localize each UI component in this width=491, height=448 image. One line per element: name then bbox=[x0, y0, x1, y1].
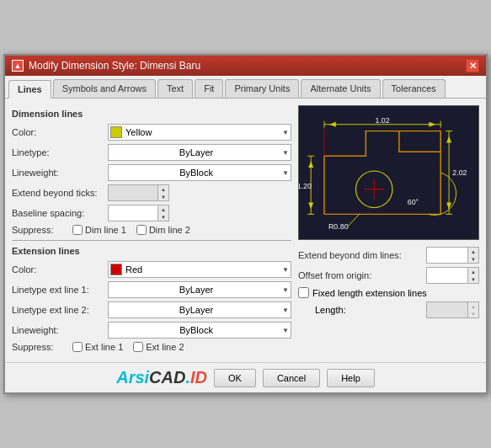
offset-down[interactable]: ▼ bbox=[468, 275, 478, 283]
baseline-input[interactable]: 2.00 bbox=[108, 205, 158, 221]
fixed-length-checkbox[interactable] bbox=[298, 287, 309, 298]
baseline-down[interactable]: ▼ bbox=[158, 213, 168, 221]
linetype-ext2-arrow[interactable]: ▼ bbox=[282, 307, 289, 314]
extend-beyond-spinner: 0.00 ▲ ▼ bbox=[108, 184, 291, 201]
dim-line2-label: Dim line 2 bbox=[149, 225, 190, 235]
linetype-ext1-wrapper: ByLayer ▼ bbox=[108, 281, 291, 298]
baseline-spinbtns: ▲ ▼ bbox=[158, 205, 169, 221]
color-row: Color: Yellow ▼ bbox=[12, 124, 291, 141]
color-swatch bbox=[110, 126, 122, 138]
linetype-dropdown-arrow[interactable]: ▼ bbox=[282, 149, 289, 157]
main-window: ▲ Modify Dimension Style: Dimensi Baru ✕… bbox=[3, 54, 488, 394]
tab-fit[interactable]: Fit bbox=[195, 79, 223, 98]
extend-dim-down[interactable]: ▼ bbox=[468, 255, 478, 263]
linetype-ext1-label: Linetype ext line 1: bbox=[12, 285, 104, 295]
lineweight-row: Lineweight: ByBlock ▼ bbox=[12, 164, 291, 181]
lineweight-dropdown-arrow[interactable]: ▼ bbox=[282, 169, 289, 177]
extend-dim-input[interactable]: 0.10 bbox=[426, 247, 468, 264]
svg-text:R0.80: R0.80 bbox=[328, 222, 349, 231]
preview-box: 1.02 2.02 1.20 bbox=[298, 105, 479, 240]
baseline-label: Baseline spacing: bbox=[12, 208, 104, 218]
tab-text[interactable]: Text bbox=[157, 79, 193, 98]
tab-primary[interactable]: Primary Units bbox=[225, 79, 299, 98]
extend-dim-label: Extend beyond dim lines: bbox=[298, 250, 423, 260]
tab-tolerances[interactable]: Tolerances bbox=[382, 79, 446, 98]
linetype-ext2-wrapper: ByLayer ▼ bbox=[108, 301, 291, 318]
color-value: Yellow bbox=[125, 127, 282, 137]
ext-line1-checkbox[interactable] bbox=[72, 342, 83, 352]
ext-color-select-wrapper: Red ▼ bbox=[108, 261, 291, 278]
ext-color-value: Red bbox=[125, 264, 282, 275]
ext-line2-check[interactable]: Ext line 2 bbox=[133, 342, 184, 352]
svg-text:60°: 60° bbox=[408, 198, 419, 206]
lineweight-label: Lineweight: bbox=[12, 168, 104, 178]
extend-dim-spinbtns: ▲ ▼ bbox=[468, 247, 479, 264]
left-panel: Dimension lines Color: Yellow ▼ Linetype… bbox=[12, 105, 291, 355]
linetype-ext1-value: ByLayer bbox=[110, 285, 282, 295]
right-panel: 1.02 2.02 1.20 bbox=[298, 105, 479, 355]
ext-line2-checkbox[interactable] bbox=[133, 342, 143, 352]
title-bar-left: ▲ Modify Dimension Style: Dimensi Baru bbox=[12, 60, 200, 72]
ext-line1-check[interactable]: Ext line 1 bbox=[72, 342, 123, 352]
extend-beyond-up[interactable]: ▲ bbox=[158, 185, 168, 193]
offset-up[interactable]: ▲ bbox=[468, 268, 478, 275]
dim-line1-checkbox[interactable] bbox=[72, 225, 83, 235]
baseline-up[interactable]: ▲ bbox=[158, 205, 168, 213]
linetype-value: ByLayer bbox=[110, 147, 282, 157]
baseline-row: Baseline spacing: 2.00 ▲ ▼ bbox=[12, 205, 291, 221]
extend-beyond-down[interactable]: ▼ bbox=[158, 193, 168, 200]
color-dropdown-arrow[interactable]: ▼ bbox=[282, 129, 289, 136]
dim-line1-label: Dim line 1 bbox=[85, 225, 126, 235]
offset-spinbtns: ▲ ▼ bbox=[468, 267, 479, 284]
extend-dim-spinner: 0.10 ▲ ▼ bbox=[426, 247, 479, 264]
suppress-dim-label: Suppress: bbox=[12, 225, 62, 235]
divider1 bbox=[12, 240, 291, 241]
ext-line1-label: Ext line 1 bbox=[85, 342, 123, 352]
cancel-button[interactable]: Cancel bbox=[263, 369, 320, 387]
svg-text:1.20: 1.20 bbox=[299, 182, 312, 190]
tab-symbols[interactable]: Symbols and Arrows bbox=[53, 79, 156, 98]
help-button[interactable]: Help bbox=[327, 369, 375, 387]
baseline-spinner: 2.00 ▲ ▼ bbox=[108, 205, 291, 221]
linetype-select-wrapper: ByLayer ▼ bbox=[108, 144, 291, 161]
lineweight-select-wrapper: ByBlock ▼ bbox=[108, 164, 291, 181]
tab-lines[interactable]: Lines bbox=[8, 80, 51, 99]
linetype-ext1-row: Linetype ext line 1: ByLayer ▼ bbox=[12, 281, 291, 298]
color-select-wrapper: Yellow ▼ bbox=[108, 124, 291, 141]
preview-svg: 1.02 2.02 1.20 bbox=[299, 106, 478, 239]
extend-beyond-label: Extend beyond ticks: bbox=[12, 188, 104, 198]
suppress-ext-label: Suppress: bbox=[12, 342, 62, 352]
dim-line1-check[interactable]: Dim line 1 bbox=[72, 225, 126, 235]
close-button[interactable]: ✕ bbox=[466, 59, 479, 72]
ok-button[interactable]: OK bbox=[214, 369, 256, 387]
dimension-lines-title: Dimension lines bbox=[12, 109, 291, 119]
ext-line2-label: Ext line 2 bbox=[146, 342, 184, 352]
content-area: Dimension lines Color: Yellow ▼ Linetype… bbox=[5, 99, 486, 362]
length-row: Length: 1.00 ▲ ▼ bbox=[315, 301, 479, 318]
length-up: ▲ bbox=[468, 302, 478, 310]
window-title: Modify Dimension Style: Dimensi Baru bbox=[29, 60, 200, 72]
ext-color-arrow[interactable]: ▼ bbox=[282, 266, 289, 274]
extend-dim-up[interactable]: ▲ bbox=[468, 248, 478, 255]
dim-line2-check[interactable]: Dim line 2 bbox=[136, 225, 190, 235]
watermark-cad: CAD bbox=[149, 368, 185, 387]
linetype-row: Linetype: ByLayer ▼ bbox=[12, 144, 291, 161]
ext-color-label: Color: bbox=[12, 264, 104, 275]
color-label: Color: bbox=[12, 127, 104, 137]
tab-alternate[interactable]: Alternate Units bbox=[301, 79, 380, 98]
length-label: Length: bbox=[315, 305, 423, 315]
linetype-ext2-value: ByLayer bbox=[110, 305, 282, 315]
fixed-length-label: Fixed length extension lines bbox=[312, 288, 427, 298]
ext-lineweight-arrow[interactable]: ▼ bbox=[282, 327, 289, 334]
extend-beyond-input: 0.00 bbox=[108, 184, 158, 201]
extend-dim-row: Extend beyond dim lines: 0.10 ▲ ▼ bbox=[298, 247, 479, 264]
length-spinbtns: ▲ ▼ bbox=[468, 301, 479, 318]
svg-text:1.02: 1.02 bbox=[375, 116, 389, 125]
offset-input[interactable]: 0.12 bbox=[426, 267, 468, 284]
title-bar: ▲ Modify Dimension Style: Dimensi Baru ✕ bbox=[5, 56, 486, 76]
dim-line2-checkbox[interactable] bbox=[136, 225, 147, 235]
linetype-ext1-arrow[interactable]: ▼ bbox=[282, 286, 289, 294]
watermark: ArsiCAD.ID bbox=[116, 368, 207, 387]
linetype-ext2-label: Linetype ext line 2: bbox=[12, 305, 104, 315]
extend-beyond-spinbtns: ▲ ▼ bbox=[158, 184, 169, 201]
